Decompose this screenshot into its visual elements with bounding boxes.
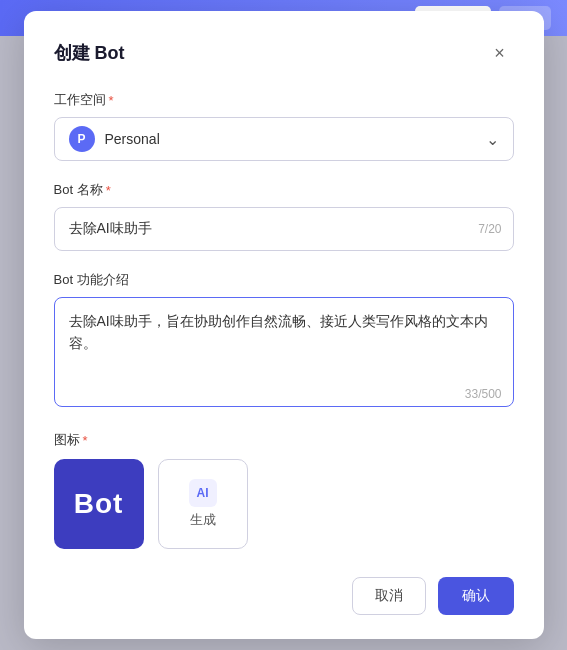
bot-desc-count: 33/500 <box>465 387 502 401</box>
workspace-avatar: P <box>69 126 95 152</box>
required-star: * <box>109 93 114 108</box>
generate-label: 生成 <box>190 511 216 529</box>
dialog-title: 创建 Bot <box>54 41 125 65</box>
bot-name-section: Bot 名称 * 7/20 <box>54 181 514 251</box>
required-star-name: * <box>106 183 111 198</box>
bot-name-input[interactable] <box>54 207 514 251</box>
ai-icon: AI <box>189 479 217 507</box>
bot-desc-section: Bot 功能介绍 去除AI味助手，旨在协助创作自然流畅、接近人类写作风格的文本内… <box>54 271 514 411</box>
modal-overlay: 升级计划 反馈 创建 Bot × 工作空间 * P Personal ⌄ <box>0 0 567 650</box>
chevron-down-icon: ⌄ <box>486 130 499 149</box>
workspace-section: 工作空间 * P Personal ⌄ <box>54 91 514 161</box>
workspace-select-left: P Personal <box>69 126 160 152</box>
dialog-header: 创建 Bot × <box>54 39 514 67</box>
bot-name-count: 7/20 <box>478 222 501 236</box>
required-star-icon: * <box>83 433 88 448</box>
cancel-button[interactable]: 取消 <box>352 577 426 615</box>
bot-desc-textarea-wrapper: 去除AI味助手，旨在协助创作自然流畅、接近人类写作风格的文本内容。 33/500 <box>54 297 514 411</box>
bot-desc-textarea[interactable]: 去除AI味助手，旨在协助创作自然流畅、接近人类写作风格的文本内容。 <box>54 297 514 407</box>
bot-icon-selected[interactable]: Bot <box>54 459 144 549</box>
confirm-button[interactable]: 确认 <box>438 577 514 615</box>
close-button[interactable]: × <box>486 39 514 67</box>
icon-options: Bot AI 生成 <box>54 459 514 549</box>
dialog-footer: 取消 确认 <box>54 573 514 615</box>
create-bot-dialog: 创建 Bot × 工作空间 * P Personal ⌄ Bot 名称 <box>24 11 544 639</box>
workspace-label: 工作空间 * <box>54 91 514 109</box>
workspace-select[interactable]: P Personal ⌄ <box>54 117 514 161</box>
bot-desc-label: Bot 功能介绍 <box>54 271 514 289</box>
workspace-name: Personal <box>105 131 160 147</box>
bot-icon-text: Bot <box>74 488 124 520</box>
icon-section: 图标 * Bot AI 生成 <box>54 431 514 549</box>
generate-icon-box[interactable]: AI 生成 <box>158 459 248 549</box>
close-icon: × <box>494 43 505 64</box>
bot-name-label: Bot 名称 * <box>54 181 514 199</box>
bot-name-input-wrapper: 7/20 <box>54 207 514 251</box>
icon-label: 图标 * <box>54 431 514 449</box>
